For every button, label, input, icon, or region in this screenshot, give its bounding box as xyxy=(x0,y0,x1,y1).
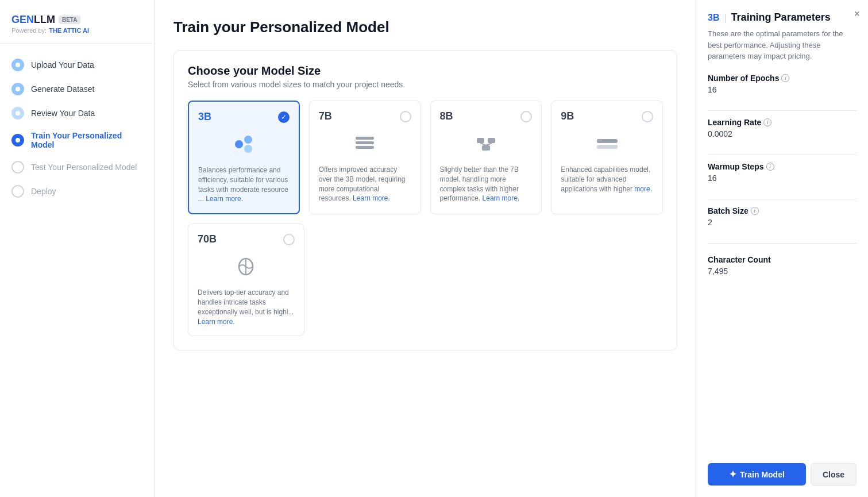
model-learn-7b[interactable]: Learn more. xyxy=(353,194,390,202)
nav-label-upload: Upload Your Data xyxy=(31,60,94,70)
param-warmup: Warmup Steps i 16 xyxy=(708,162,857,183)
model-card-3b[interactable]: 3B ✓ Balances performance and efficiency… xyxy=(188,101,300,214)
sidebar-item-test[interactable]: Test Your Personalized Model xyxy=(0,155,155,179)
param-label-batch: Batch Size i xyxy=(708,206,857,215)
model-radio-7b[interactable] xyxy=(400,111,411,122)
panel-model-tag: 3B xyxy=(708,13,719,23)
info-icon-epochs[interactable]: i xyxy=(781,74,789,82)
model-card-7b[interactable]: 7B Offers improved accuracy over the 3B … xyxy=(309,101,421,214)
model-learn-9b[interactable]: more. xyxy=(634,185,652,193)
model-size-9b: 9B xyxy=(561,110,574,122)
svg-rect-6 xyxy=(477,138,484,143)
nav-label-review: Review Your Data xyxy=(31,109,95,118)
svg-point-1 xyxy=(244,136,252,144)
svg-rect-11 xyxy=(597,139,618,143)
model-icon-9b xyxy=(561,129,653,158)
sidebar-item-deploy[interactable]: Deploy xyxy=(0,179,155,203)
param-value-batch: 2 xyxy=(708,218,857,227)
logo-area: GENLLM BETA Powered by: THE ATTIC AI xyxy=(0,9,155,44)
model-radio-3b[interactable]: ✓ xyxy=(278,111,290,123)
nav-label-test: Test Your Personalized Model xyxy=(31,163,137,172)
svg-point-2 xyxy=(244,145,252,153)
nav-label-train: Train Your Personalized Model xyxy=(31,131,143,149)
param-epochs: Number of Epochs i 16 xyxy=(708,74,857,94)
sidebar-item-generate[interactable]: Generate Dataset xyxy=(0,77,155,101)
param-value-epochs: 16 xyxy=(708,85,857,94)
svg-rect-8 xyxy=(482,145,490,151)
info-icon-warmup[interactable]: i xyxy=(766,163,774,171)
param-learning-rate: Learning Rate i 0.0002 xyxy=(708,118,857,138)
model-card-container: Choose your Model Size Select from vario… xyxy=(173,50,677,350)
main-content: Train your Personalized Model Choose you… xyxy=(155,0,696,497)
nav-circle-deploy xyxy=(11,185,24,198)
model-learn-70b[interactable]: Learn more. xyxy=(198,318,235,326)
model-icon-7b xyxy=(319,129,411,158)
sidebar-item-review[interactable]: Review Your Data xyxy=(0,101,155,125)
model-radio-9b[interactable] xyxy=(642,111,653,122)
nav-circle-upload xyxy=(11,59,24,71)
logo-gen: GEN xyxy=(11,14,34,25)
nav-label-generate: Generate Dataset xyxy=(31,84,95,94)
svg-line-9 xyxy=(480,143,486,145)
page-title: Train your Personalized Model xyxy=(173,18,677,36)
model-desc-7b: Offers improved accuracy over the 3B mod… xyxy=(319,165,411,203)
model-card-8b[interactable]: 8B Slightly better than the 7B model, ha… xyxy=(430,101,542,214)
svg-rect-3 xyxy=(356,141,374,144)
model-radio-8b[interactable] xyxy=(520,111,532,122)
param-label-lr: Learning Rate i xyxy=(708,118,857,127)
model-icon-8b xyxy=(440,129,533,158)
nav-label-deploy: Deploy xyxy=(31,187,56,196)
section-title: Choose your Model Size xyxy=(188,64,663,78)
panel-header: 3B | Training Parameters xyxy=(708,11,857,24)
model-learn-8b[interactable]: Learn more. xyxy=(483,194,520,202)
model-desc-8b: Slightly better than the 7B model, handl… xyxy=(440,165,533,203)
model-size-8b: 8B xyxy=(440,110,453,122)
param-label-warmup: Warmup Steps i xyxy=(708,162,857,171)
model-size-7b: 7B xyxy=(319,110,332,122)
model-desc-9b: Enhanced capabilities model, suitable fo… xyxy=(561,165,653,194)
param-value-warmup: 16 xyxy=(708,174,857,183)
svg-rect-12 xyxy=(597,145,618,149)
model-icon-3b xyxy=(198,130,290,159)
info-icon-batch[interactable]: i xyxy=(751,207,759,215)
model-desc-3b: Balances performance and efficiency, sui… xyxy=(198,165,290,204)
model-card-70b[interactable]: 70B Delivers top-tier accuracy and handl… xyxy=(188,224,304,336)
svg-rect-5 xyxy=(356,146,374,149)
close-panel-button[interactable]: Close xyxy=(811,463,857,486)
sidebar: GENLLM BETA Powered by: THE ATTIC AI Upl… xyxy=(0,0,155,497)
sidebar-item-train[interactable]: Train Your Personalized Model xyxy=(0,125,155,155)
model-size-70b: 70B xyxy=(198,233,217,245)
model-radio-70b[interactable] xyxy=(283,234,295,245)
train-model-button[interactable]: ✦ Train Model xyxy=(708,463,806,486)
model-grid-top: 3B ✓ Balances performance and efficiency… xyxy=(188,101,663,214)
param-value-lr: 0.0002 xyxy=(708,129,857,138)
info-icon-lr[interactable]: i xyxy=(763,118,771,126)
char-count-label: Character Count xyxy=(708,255,857,264)
svg-line-10 xyxy=(486,143,492,145)
svg-rect-4 xyxy=(356,137,374,140)
panel-description: These are the optimal parameters for the… xyxy=(708,28,857,62)
param-batch: Batch Size i 2 xyxy=(708,206,857,227)
model-icon-70b xyxy=(198,252,295,281)
param-label-epochs: Number of Epochs i xyxy=(708,74,857,83)
panel-close-button[interactable]: × xyxy=(854,8,860,20)
panel-actions: ✦ Train Model Close xyxy=(708,463,857,486)
logo-text: GENLLM xyxy=(11,14,55,26)
svg-point-0 xyxy=(235,140,243,148)
nav-circle-generate xyxy=(11,83,24,95)
brand-label: THE ATTIC AI xyxy=(49,27,89,34)
model-card-9b[interactable]: 9B Enhanced capabilities model, suitable… xyxy=(551,101,663,214)
panel-title: Training Parameters xyxy=(731,11,831,24)
nav-circle-test xyxy=(11,161,24,174)
nav-circle-train xyxy=(11,134,24,147)
beta-badge: BETA xyxy=(59,16,80,24)
model-grid-bottom: 70B Delivers top-tier accuracy and handl… xyxy=(188,224,663,336)
char-count-section: Character Count 7,495 xyxy=(708,255,857,276)
section-subtitle: Select from various model sizes to match… xyxy=(188,80,663,89)
model-size-3b: 3B xyxy=(198,111,211,123)
model-learn-3b[interactable]: Learn more. xyxy=(206,195,243,203)
nav-circle-review xyxy=(11,107,24,120)
powered-by: Powered by: THE ATTIC AI xyxy=(11,27,89,34)
model-desc-70b: Delivers top-tier accuracy and handles i… xyxy=(198,288,295,326)
sidebar-item-upload[interactable]: Upload Your Data xyxy=(0,53,155,77)
